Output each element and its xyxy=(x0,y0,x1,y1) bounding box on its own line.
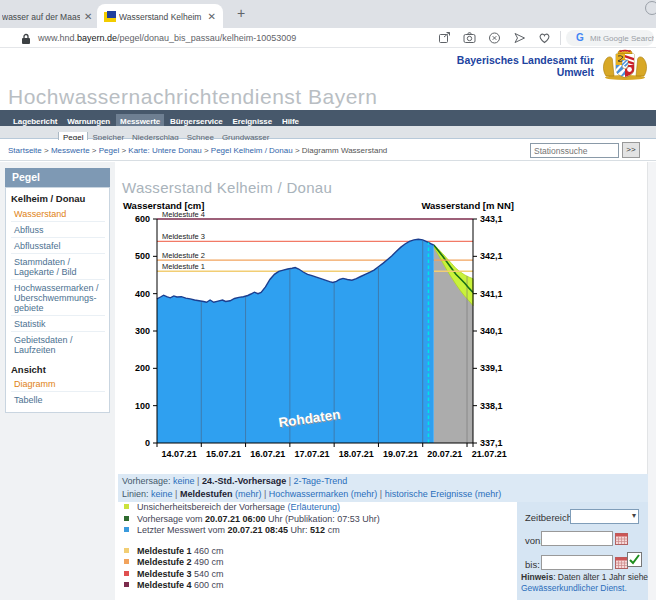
breadcrumb-link[interactable]: Pegel Kelheim / Donau xyxy=(211,146,293,155)
svg-text:100: 100 xyxy=(135,401,150,411)
chart-options-strip: Vorhersage: keine | 24.-Std.-Vorhersage … xyxy=(118,474,648,502)
svg-text:18.07.21: 18.07.21 xyxy=(339,449,374,459)
new-tab-button[interactable]: + xyxy=(231,3,251,23)
sidebar-link[interactable]: Abflusstafel xyxy=(11,238,105,254)
option-link[interactable]: keine xyxy=(151,489,173,499)
svg-text:20.07.21: 20.07.21 xyxy=(427,449,462,459)
sidebar-link[interactable]: Gebietsdaten / Laufzeiten xyxy=(11,332,105,357)
breadcrumb-separator: > xyxy=(202,146,211,155)
web-page: Bayerisches Landesamt für Umwelt Hochwas… xyxy=(0,48,656,600)
sidebar-link[interactable]: Hochwassermarken / Uberschwemmungs-gebie… xyxy=(11,280,105,316)
legend-item: Vorhersage vom 20.07.21 06:00 Uhr (Publi… xyxy=(118,514,518,526)
browser-tab-active[interactable]: Wasserstand Kelheim / Do ✕ xyxy=(97,4,223,28)
legend-link[interactable]: (Erläuterung) xyxy=(288,502,341,512)
svg-text:19.07.21: 19.07.21 xyxy=(383,449,418,459)
option-more-link[interactable]: (mehr) xyxy=(472,489,501,499)
legend-text: Uhr: xyxy=(288,525,310,535)
options-label: Vorhersage: xyxy=(122,476,173,486)
google-search-box[interactable]: G Mit Google Search suchen xyxy=(566,30,654,46)
sidebar-link[interactable]: Wasserstand xyxy=(11,206,105,222)
option-link[interactable]: keine xyxy=(173,476,195,486)
legend-item: Unsicherheitsbereich der Vorhersage (Erl… xyxy=(118,502,518,514)
legend-bullet xyxy=(124,548,129,553)
option-link[interactable]: 2-Tage-Trend xyxy=(294,476,348,486)
breadcrumb-link[interactable]: Karte: Untere Donau xyxy=(128,146,201,155)
options-label: Linien: xyxy=(122,489,151,499)
sidebar-panel: Kelheim / Donau WasserstandAbflussAbflus… xyxy=(5,187,110,413)
send-icon[interactable] xyxy=(513,31,526,44)
site-title: Hochwassernachrichtendienst Bayern xyxy=(8,85,378,109)
svg-text:342,1: 342,1 xyxy=(480,251,503,261)
svg-text:600: 600 xyxy=(135,214,150,224)
sidebar-header: Pegel xyxy=(5,168,110,187)
favorite-heart-icon[interactable] xyxy=(538,31,551,44)
camera-icon[interactable] xyxy=(463,31,476,44)
calendar-icon[interactable] xyxy=(615,532,628,545)
legend-text: Meldestufe 1 xyxy=(137,546,194,556)
sidebar-station-name: Kelheim / Donau xyxy=(11,193,105,204)
google-logo: G xyxy=(576,32,584,43)
browser-profile-icon[interactable] xyxy=(645,1,656,15)
svg-text:343,1: 343,1 xyxy=(480,214,503,224)
bavaria-coat-of-arms xyxy=(599,49,651,81)
tab-close-icon[interactable]: ✕ xyxy=(208,11,216,22)
browser-window: wasser auf der Maas ✕ Wasserstand Kelhei… xyxy=(0,0,656,600)
bis-date-input[interactable] xyxy=(541,555,613,570)
browser-tab-inactive[interactable]: wasser auf der Maas ✕ xyxy=(0,4,96,28)
agency-name: Bayerisches Landesamt für Umwelt xyxy=(457,54,594,78)
site-favicon xyxy=(104,10,116,22)
legend-item: Meldestufe 2 490 cm xyxy=(118,557,518,569)
chevron-down-icon: ▾ xyxy=(632,511,636,520)
close-circle-icon[interactable] xyxy=(488,31,501,44)
option-more-link[interactable]: (mehr) xyxy=(348,489,377,499)
legend-text: 20.07.21 06:00 xyxy=(205,514,266,524)
legend-text: 20.07.21 08:45 xyxy=(228,525,289,535)
von-date-input[interactable] xyxy=(541,531,613,546)
zeitbereich-select[interactable]: ▾ xyxy=(570,509,639,524)
gkd-link[interactable]: Gewässerkundlicher Dienst. xyxy=(521,583,627,593)
lock-icon xyxy=(21,33,31,44)
sidebar-link[interactable]: Tabelle xyxy=(11,392,105,407)
svg-text:16.07.21: 16.07.21 xyxy=(250,449,285,459)
legend-bullet xyxy=(124,559,129,564)
svg-text:300: 300 xyxy=(135,326,150,336)
breadcrumb-link[interactable]: Messwerte xyxy=(51,146,90,155)
url-text[interactable]: www.hnd.bayern.de/pegel/donau_bis_passau… xyxy=(38,33,296,43)
svg-text:338,1: 338,1 xyxy=(480,401,503,411)
svg-text:337,1: 337,1 xyxy=(480,438,503,448)
svg-text:Meldestufe 3: Meldestufe 3 xyxy=(162,232,205,241)
legend-item: Meldestufe 1 460 cm xyxy=(118,546,518,558)
hinweis-note: Hinweis: Daten älter 1 Jahr siehe xyxy=(521,572,648,582)
page-title: Wasserstand Kelheim / Donau xyxy=(122,179,332,196)
breadcrumb-link[interactable]: Startseite xyxy=(8,146,42,155)
address-bar-divider xyxy=(560,31,561,45)
apply-button[interactable] xyxy=(627,552,642,567)
tab-title: Wasserstand Kelheim / Do xyxy=(119,12,203,22)
legend-item: Meldestufe 4 600 cm xyxy=(118,580,518,592)
sidebar-link[interactable]: Stammdaten / Lagekarte / Bild xyxy=(11,254,105,280)
tab-close-icon[interactable]: ✕ xyxy=(84,11,92,22)
sidebar-link[interactable]: Diagramm xyxy=(11,376,105,392)
svg-text:340,1: 340,1 xyxy=(480,326,503,336)
bis-label: bis: xyxy=(525,559,540,570)
chart-legend: Unsicherheitsbereich der Vorhersage (Erl… xyxy=(118,502,518,592)
breadcrumb-link[interactable]: Pegel xyxy=(99,146,119,155)
share-icon[interactable] xyxy=(438,31,451,44)
svg-text:Meldestufe 1: Meldestufe 1 xyxy=(162,262,205,271)
option-link[interactable]: Hochwassermarken xyxy=(269,489,349,499)
linien-options: Linien: keine | Meldestufen (mehr) | Hoc… xyxy=(122,488,648,501)
legend-text: Meldestufe 3 xyxy=(137,569,194,579)
scrollbar-track[interactable] xyxy=(647,162,656,600)
station-search-input[interactable] xyxy=(530,143,619,158)
option-more-link[interactable]: (mehr) xyxy=(232,489,261,499)
option-selected: 24.-Std.-Vorhersage xyxy=(202,476,286,486)
legend-text: Uhr (Publikation: 07:53 Uhr) xyxy=(266,514,380,524)
sidebar-link[interactable]: Abfluss xyxy=(11,222,105,238)
vorhersage-options: Vorhersage: keine | 24.-Std.-Vorhersage … xyxy=(122,475,648,488)
legend-bullet xyxy=(124,571,129,576)
station-search-button[interactable]: >> xyxy=(622,142,640,158)
legend-bullet xyxy=(124,504,129,509)
option-link[interactable]: historische Ereignisse xyxy=(385,489,473,499)
sidebar-link[interactable]: Statistik xyxy=(11,316,105,332)
zeitbereich-label: Zeitbereich: xyxy=(525,512,575,523)
